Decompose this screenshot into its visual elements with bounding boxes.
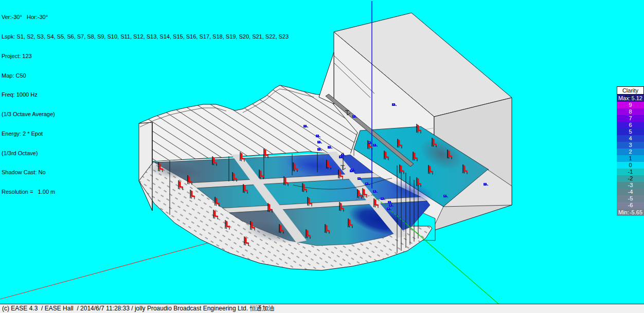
legend-band: -5	[617, 195, 644, 202]
clarity-legend: Clarity [dB] Max: 5.12 9876543210-1-2-3-…	[617, 86, 644, 216]
legend-band: 4	[617, 135, 644, 142]
shadow-cast: Shadow Cast: No	[2, 169, 289, 176]
octave-setting: (1/3rd Octave)	[2, 150, 289, 157]
legend-min-label: Min:	[618, 209, 629, 216]
status-bar: (c) EASE 4.3 / EASE Hall / 2014/6/7 11:2…	[0, 304, 644, 313]
legend-band: -4	[617, 189, 644, 195]
legend-band: -3	[617, 182, 644, 189]
ease-3d-mapping-window: Ver:-30° Hor:-30° Lspk: S1, S2, S3, S4, …	[0, 0, 644, 313]
legend-max-value: 5.12	[632, 95, 642, 102]
legend-band: 7	[617, 115, 644, 122]
x-axis-line	[0, 234, 242, 299]
map-type: Map: C50	[2, 72, 289, 79]
resolution: Resolution = 1.00 m	[2, 189, 289, 195]
legend-band: 8	[617, 108, 644, 115]
legend-title: Clarity [dB]	[617, 86, 644, 95]
legend-band: 1	[617, 155, 644, 162]
legend-band: 9	[617, 102, 644, 108]
legend-band: 5	[617, 128, 644, 135]
view-angles: Ver:-30° Hor:-30°	[2, 14, 289, 21]
legend-band: 3	[617, 142, 644, 149]
y-axis-line	[405, 223, 499, 304]
legend-min-row: Min: -5.65	[617, 209, 644, 216]
legend-band: 6	[617, 122, 644, 128]
octave-average: (1/3 Octave Average)	[2, 111, 289, 118]
legend-max-label: Max:	[618, 95, 631, 102]
legend-min-value: -5.65	[630, 209, 642, 216]
legend-band: 0	[617, 162, 644, 169]
legend-band: -1	[617, 169, 644, 175]
energy-setting: Energy: 2 * Epot	[2, 131, 289, 137]
legend-max-row: Max: 5.12	[617, 95, 644, 102]
project-name: Project: 123	[2, 53, 289, 60]
legend-band: -2	[617, 175, 644, 182]
legend-band: -6	[617, 202, 644, 209]
loudspeaker-list: Lspk: S1, S2, S3, S4, S5, S6, S7, S8, S9…	[2, 33, 289, 40]
map-info-panel: Ver:-30° Hor:-30° Lspk: S1, S2, S3, S4, …	[2, 1, 289, 201]
legend-bands: 9876543210-1-2-3-4-5-6	[617, 102, 644, 209]
legend-band: 2	[617, 149, 644, 155]
frequency: Freq: 1000 Hz	[2, 91, 289, 98]
